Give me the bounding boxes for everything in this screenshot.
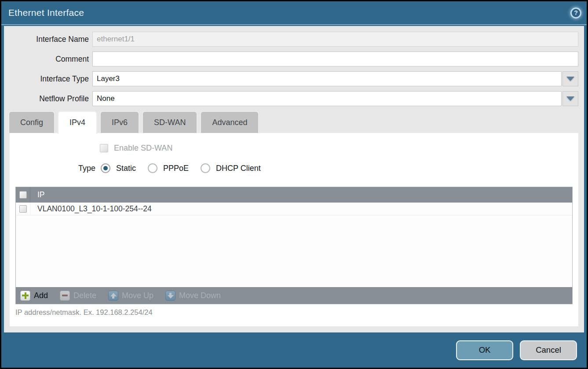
interface-type-value: Layer3 bbox=[97, 74, 120, 83]
comment-input[interactable] bbox=[92, 52, 578, 66]
move-up-button-label: Move Up bbox=[122, 291, 153, 300]
arrow-down-icon bbox=[165, 291, 175, 301]
ok-button-label: OK bbox=[479, 345, 491, 355]
move-down-button-label: Move Down bbox=[179, 291, 221, 300]
netflow-profile-value: None bbox=[97, 94, 115, 103]
interface-name-label: Interface Name bbox=[4, 35, 89, 44]
interface-type-dropdown-button[interactable] bbox=[562, 71, 578, 86]
ip-cell: VLAN0100_L3_10-1-100-254--24 bbox=[30, 204, 152, 214]
radio-option-static[interactable]: Static bbox=[101, 163, 136, 173]
row-checkbox[interactable] bbox=[19, 205, 27, 213]
dialog-body: Interface Name Comment Interface Type La… bbox=[4, 26, 584, 332]
form-row-comment: Comment bbox=[4, 52, 578, 66]
enable-sdwan-checkbox bbox=[100, 144, 108, 152]
tab-config[interactable]: Config bbox=[8, 111, 55, 133]
netflow-profile-label: Netflow Profile bbox=[4, 94, 89, 103]
comment-label: Comment bbox=[4, 55, 89, 64]
add-button-label: Add bbox=[34, 291, 48, 300]
type-radio-group: Type Static PPPoE DHCP Client bbox=[10, 163, 578, 173]
delete-button: Delete bbox=[60, 291, 96, 301]
help-glyph: ? bbox=[574, 9, 578, 16]
table-toolbar: Add Delete Move Up Move Down bbox=[16, 287, 572, 304]
netflow-profile-dropdown-button[interactable] bbox=[562, 91, 578, 106]
ip-column-header: IP bbox=[30, 190, 45, 199]
dialog-footer: OK Cancel bbox=[4, 332, 584, 368]
type-label: Type bbox=[10, 164, 101, 173]
ipv4-tab-panel: Enable SD-WAN Type Static PPPoE DHCP Cli… bbox=[10, 133, 578, 326]
tab-bar: Config IPv4 IPv6 SD-WAN Advanced bbox=[4, 111, 584, 133]
radio-option-pppoe[interactable]: PPPoE bbox=[148, 163, 189, 173]
ip-format-hint: IP address/netmask. Ex. 192.168.2.254/24 bbox=[15, 308, 153, 317]
tab-advanced[interactable]: Advanced bbox=[200, 111, 259, 133]
form-row-interface-type: Interface Type Layer3 bbox=[4, 71, 578, 86]
help-icon[interactable]: ? bbox=[570, 7, 581, 18]
table-row[interactable]: VLAN0100_L3_10-1-100-254--24 bbox=[16, 203, 572, 215]
delete-minus-icon bbox=[60, 291, 70, 301]
table-empty-area bbox=[16, 215, 572, 287]
move-up-button: Move Up bbox=[108, 291, 153, 301]
ok-button[interactable]: OK bbox=[456, 340, 513, 360]
add-button[interactable]: Add bbox=[20, 291, 48, 301]
dialog-titlebar: Ethernet Interface ? bbox=[1, 1, 587, 25]
cancel-button[interactable]: Cancel bbox=[520, 340, 577, 360]
netflow-profile-select[interactable]: None bbox=[92, 91, 562, 106]
delete-button-label: Delete bbox=[73, 291, 96, 300]
select-all-checkbox[interactable] bbox=[19, 191, 27, 199]
radio-icon-dhcp-client[interactable] bbox=[201, 163, 210, 173]
page-title: Ethernet Interface bbox=[8, 7, 84, 18]
chevron-down-icon bbox=[566, 77, 574, 81]
enable-sdwan-row: Enable SD-WAN bbox=[10, 133, 578, 153]
enable-sdwan-label: Enable SD-WAN bbox=[114, 144, 172, 153]
form-row-netflow-profile: Netflow Profile None bbox=[4, 91, 578, 106]
ethernet-interface-dialog: Ethernet Interface ? Interface Name Comm… bbox=[0, 0, 588, 369]
ip-table: IP VLAN0100_L3_10-1-100-254--24 Add bbox=[15, 187, 573, 304]
radio-icon-static[interactable] bbox=[101, 163, 110, 173]
cancel-button-label: Cancel bbox=[536, 345, 561, 355]
radio-option-dhcp-client[interactable]: DHCP Client bbox=[201, 163, 261, 173]
row-checkbox-cell bbox=[16, 203, 30, 215]
radio-icon-pppoe[interactable] bbox=[148, 163, 157, 173]
radio-label-static: Static bbox=[116, 164, 136, 173]
move-down-button: Move Down bbox=[165, 291, 221, 301]
interface-name-input bbox=[92, 32, 578, 47]
ip-table-header: IP bbox=[16, 187, 572, 203]
tab-sdwan[interactable]: SD-WAN bbox=[142, 111, 197, 133]
tab-ipv6[interactable]: IPv6 bbox=[100, 111, 139, 133]
chevron-down-icon bbox=[566, 96, 574, 101]
arrow-up-icon bbox=[108, 291, 118, 301]
interface-type-label: Interface Type bbox=[4, 74, 89, 84]
select-all-cell bbox=[16, 187, 30, 203]
add-plus-icon bbox=[20, 291, 30, 301]
form-row-interface-name: Interface Name bbox=[4, 32, 578, 47]
tab-ipv4[interactable]: IPv4 bbox=[58, 111, 97, 134]
interface-type-select[interactable]: Layer3 bbox=[92, 71, 562, 86]
radio-label-dhcp-client: DHCP Client bbox=[216, 164, 261, 173]
radio-label-pppoe: PPPoE bbox=[163, 164, 189, 173]
